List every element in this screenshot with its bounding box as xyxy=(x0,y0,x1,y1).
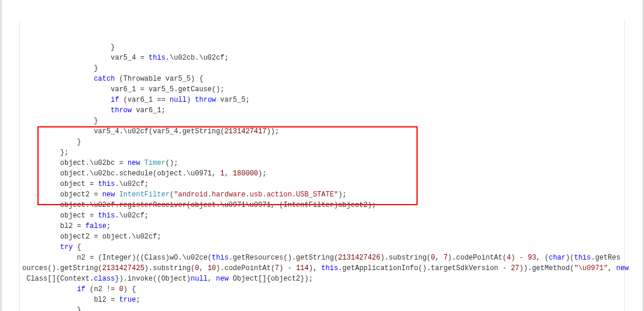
code-inner: } var5_4 = this.\u02cb.\u02cf; } catch (… xyxy=(19,21,625,311)
code-line: if (n2 != 0) { xyxy=(22,284,622,295)
code-line: object2 = object.\u02cf; xyxy=(22,231,622,242)
code-line: Class[]{Context.class}).invoke((Object)n… xyxy=(22,274,622,284)
code-line: object2 = new IntentFilter("android.hard… xyxy=(22,189,622,200)
code-block: } var5_4 = this.\u02cb.\u02cf; } catch (… xyxy=(22,42,622,311)
code-line: var5_4.\u02cf(var5_4.getString(213142741… xyxy=(22,126,622,137)
code-line: try { xyxy=(22,242,622,253)
code-line: } xyxy=(22,305,622,311)
code-line: catch (Throwable var5_5) { xyxy=(22,74,622,84)
code-line: bl2 = true; xyxy=(22,295,622,305)
code-line: n2 = (Integer)((Class)wO.\u02ce(this.get… xyxy=(22,253,622,263)
code-line: var6_1 = var5_5.getCause(); xyxy=(22,84,622,95)
code-line: ources().getString(2131427425).substring… xyxy=(22,263,622,274)
code-line: object.\u02bc.schedule(object.\u0971, 1,… xyxy=(22,168,622,179)
code-line: if (var6_1 == null) throw var5_5; xyxy=(22,95,622,105)
code-viewport: } var5_4 = this.\u02cb.\u02cf; } catch (… xyxy=(0,0,644,311)
code-line: } xyxy=(22,137,622,147)
code-line: }; xyxy=(22,147,622,158)
code-line: object = this.\u02cf; xyxy=(22,210,622,221)
code-line: object = this.\u02cf; xyxy=(22,179,622,189)
code-line: } xyxy=(22,42,622,53)
code-line: throw var6_1; xyxy=(22,105,622,116)
code-line: } xyxy=(22,63,622,74)
code-line: object.\u02cf.registerReceiver(object.\u… xyxy=(22,200,622,210)
code-line: object.\u02bc = new Timer(); xyxy=(22,158,622,168)
code-line: var5_4 = this.\u02cb.\u02cf; xyxy=(22,53,622,63)
code-line: bl2 = false; xyxy=(22,221,622,231)
code-line: } xyxy=(22,116,622,126)
